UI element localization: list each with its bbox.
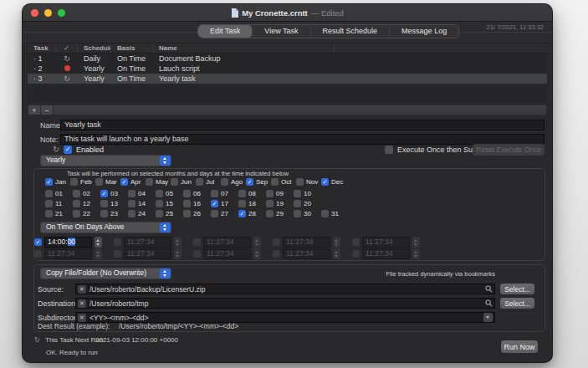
day-checkbox[interactable] <box>128 210 135 217</box>
day-02[interactable]: 02 <box>73 190 100 197</box>
time-enabled-checkbox[interactable] <box>193 250 201 258</box>
day-checkbox[interactable] <box>266 200 274 207</box>
time-enabled-checkbox[interactable] <box>193 238 201 246</box>
day-31[interactable]: 31 <box>321 210 349 217</box>
month-checkbox[interactable] <box>221 178 228 186</box>
month-jan[interactable]: Jan <box>45 178 70 186</box>
month-oct[interactable]: Oct <box>271 178 296 186</box>
month-nov[interactable]: Nov <box>296 178 321 186</box>
day-24[interactable]: 24 <box>128 210 156 217</box>
day-checkbox[interactable] <box>45 210 53 217</box>
month-checkbox[interactable] <box>321 178 329 186</box>
day-27[interactable]: 27 <box>211 210 238 217</box>
month-sep[interactable]: Sep <box>246 178 271 186</box>
day-11[interactable]: 11 <box>45 200 73 207</box>
destination-input[interactable]: ✕ /Users/roberto/tmp <box>75 298 495 309</box>
day-checkbox[interactable] <box>294 210 301 217</box>
time-enabled-checkbox[interactable] <box>114 250 121 258</box>
day-30[interactable]: 30 <box>294 210 321 217</box>
day-19[interactable]: 19 <box>266 200 294 207</box>
month-checkbox[interactable] <box>196 178 203 186</box>
day-checkbox[interactable] <box>128 190 135 197</box>
day-20[interactable]: 20 <box>294 200 321 207</box>
time-enabled-checkbox[interactable] <box>273 250 280 258</box>
schedule-type-popup[interactable]: Yearly <box>40 155 171 166</box>
clear-subdirectory-button[interactable]: ✕ <box>78 314 86 322</box>
select-destination-button[interactable]: Select... <box>500 298 534 309</box>
day-checkbox[interactable] <box>45 190 53 197</box>
day-28[interactable]: 28 <box>238 210 266 217</box>
table-row[interactable]: · 2YearlyOn TimeLauch script <box>28 64 547 74</box>
month-may[interactable]: May <box>146 178 171 186</box>
table-row[interactable]: · 1↻DailyOn TimeDocument Backup <box>28 54 547 64</box>
day-03[interactable]: 03 <box>100 190 128 197</box>
time-enabled-checkbox[interactable] <box>352 250 360 258</box>
run-now-button[interactable]: Run Now <box>501 340 538 353</box>
day-checkbox[interactable] <box>211 190 218 197</box>
month-checkbox[interactable] <box>246 178 253 186</box>
month-checkbox[interactable] <box>146 178 153 186</box>
day-checkbox[interactable] <box>100 200 108 207</box>
chevron-down-icon[interactable] <box>483 313 493 322</box>
time-stepper-icon[interactable] <box>95 248 102 259</box>
day-08[interactable]: 08 <box>238 190 266 197</box>
remove-task-button[interactable]: − <box>41 105 54 115</box>
time-field[interactable]: 11:27:34 <box>203 237 251 248</box>
month-checkbox[interactable] <box>95 178 103 186</box>
day-checkbox[interactable] <box>238 200 246 207</box>
day-checkbox[interactable] <box>100 190 108 197</box>
day-checkbox[interactable] <box>73 200 80 207</box>
time-basis-popup[interactable]: On Time On Days Above <box>40 222 171 233</box>
day-checkbox[interactable] <box>238 210 246 217</box>
day-14[interactable]: 14 <box>128 200 156 207</box>
tab-edit-task[interactable]: Edit Task <box>198 25 253 38</box>
clear-source-button[interactable]: ✕ <box>78 285 86 294</box>
day-09[interactable]: 09 <box>266 190 294 197</box>
time-stepper-icon[interactable] <box>412 237 420 248</box>
day-checkbox[interactable] <box>238 190 246 197</box>
day-25[interactable]: 25 <box>156 210 183 217</box>
time-enabled-checkbox[interactable] <box>34 238 42 246</box>
day-checkbox[interactable] <box>266 190 274 197</box>
month-checkbox[interactable] <box>45 178 53 186</box>
day-checkbox[interactable] <box>73 210 80 217</box>
tab-view-task[interactable]: View Task <box>253 25 310 38</box>
time-field[interactable]: 11:27:34 <box>362 248 410 259</box>
day-checkbox[interactable] <box>156 190 163 197</box>
month-feb[interactable]: Feb <box>70 178 95 186</box>
day-checkbox[interactable] <box>45 200 53 207</box>
day-12[interactable]: 12 <box>73 200 100 207</box>
day-checkbox[interactable] <box>294 190 301 197</box>
action-type-popup[interactable]: Copy File/Folder (No Overwrite) <box>40 268 171 279</box>
time-enabled-checkbox[interactable] <box>34 250 42 258</box>
reset-execute-once-button[interactable]: Reset Execute Once <box>473 144 545 156</box>
time-stepper-icon[interactable] <box>174 237 182 248</box>
day-checkbox[interactable] <box>294 200 301 207</box>
month-dec[interactable]: Dec <box>321 178 346 186</box>
month-checkbox[interactable] <box>171 178 178 186</box>
search-icon[interactable] <box>485 299 493 307</box>
day-checkbox[interactable] <box>321 210 329 217</box>
month-checkbox[interactable] <box>120 178 128 186</box>
month-jun[interactable]: Jun <box>171 178 196 186</box>
day-checkbox[interactable] <box>156 200 163 207</box>
time-field[interactable]: 11:27:34 <box>362 237 410 248</box>
day-checkbox[interactable] <box>211 200 218 207</box>
day-checkbox[interactable] <box>266 210 274 217</box>
day-15[interactable]: 15 <box>156 200 183 207</box>
day-16[interactable]: 16 <box>183 200 211 207</box>
time-stepper-icon[interactable] <box>253 248 261 259</box>
month-jul[interactable]: Jul <box>196 178 221 186</box>
time-field[interactable]: 11:27:34 <box>283 248 330 259</box>
day-26[interactable]: 26 <box>183 210 211 217</box>
month-mar[interactable]: Mar <box>95 178 120 186</box>
time-field[interactable]: 11:27:34 <box>124 237 171 248</box>
day-checkbox[interactable] <box>183 210 191 217</box>
day-17[interactable]: 17 <box>211 200 238 207</box>
add-task-button[interactable]: + <box>28 105 41 115</box>
day-10[interactable]: 10 <box>294 190 321 197</box>
month-checkbox[interactable] <box>70 178 78 186</box>
name-input[interactable]: Yearly task <box>60 120 545 130</box>
day-21[interactable]: 21 <box>45 210 73 217</box>
titlebar[interactable]: My Cronette.crntt — Edited <box>23 4 552 22</box>
